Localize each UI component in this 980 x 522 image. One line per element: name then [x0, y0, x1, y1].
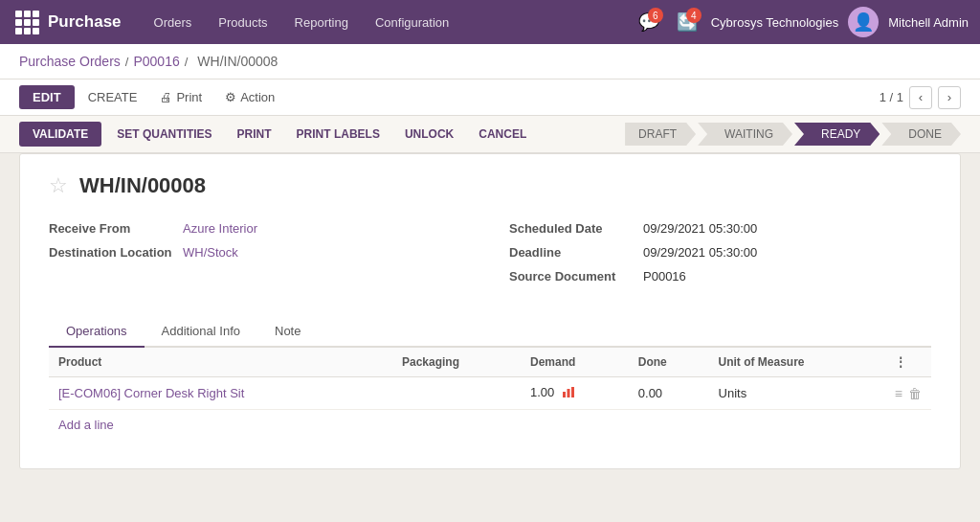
form-card: ☆ WH/IN/00008 Receive From Azure Interio…	[19, 153, 961, 469]
pipeline-ready[interactable]: READY	[794, 123, 880, 146]
apps-menu-button[interactable]	[11, 7, 42, 37]
user-name[interactable]: Mitchell Admin	[888, 15, 969, 30]
activities-count: 4	[686, 8, 702, 23]
print-status-button[interactable]: PRINT	[228, 122, 281, 147]
svg-rect-1	[567, 389, 569, 397]
messages-notification[interactable]: 💬 6	[635, 8, 663, 36]
print-label: Print	[176, 90, 202, 104]
pagination-controls: 1 / 1 ‹ ›	[880, 86, 961, 109]
app-brand: Purchase	[48, 12, 122, 32]
col-header-product: Product	[49, 348, 392, 377]
row-actions-cell: ≡ 🗑	[885, 377, 931, 410]
gear-icon: ⚙	[225, 90, 236, 104]
favorite-star-icon[interactable]: ☆	[49, 173, 68, 198]
scheduled-date-label: Scheduled Date	[509, 221, 643, 236]
chart-icon[interactable]	[562, 385, 575, 401]
action-button[interactable]: ⚙ Action	[215, 85, 284, 109]
product-link[interactable]: [E-COM06] Corner Desk Right Sit	[58, 386, 244, 400]
receive-from-row: Receive From Azure Interior	[49, 221, 471, 236]
content-wrapper: Purchase Orders / P00016 / WH/IN/00008 E…	[0, 44, 980, 522]
record-title: WH/IN/00008	[79, 173, 206, 198]
fields-section: Receive From Azure Interior Destination …	[49, 221, 931, 293]
breadcrumb-separator-2: /	[185, 55, 189, 69]
menu-reporting[interactable]: Reporting	[281, 0, 362, 44]
row-delete-icon[interactable]: 🗑	[908, 386, 922, 401]
create-label: CREATE	[88, 90, 138, 104]
add-line-container: Add a line	[49, 410, 931, 440]
product-cell: [E-COM06] Corner Desk Right Sit	[49, 377, 392, 410]
operations-table-container: Product Packaging Demand Done Unit of Me…	[49, 348, 931, 440]
prev-record-button[interactable]: ‹	[909, 86, 932, 109]
done-cell: 0.00	[629, 377, 709, 410]
row-action-buttons: ≡ 🗑	[895, 386, 922, 401]
scheduled-date-row: Scheduled Date 09/29/2021 05:30:00	[509, 221, 931, 236]
col-header-demand: Demand	[521, 348, 629, 377]
tab-additional-info[interactable]: Additional Info	[145, 316, 257, 348]
deadline-row: Deadline 09/29/2021 05:30:00	[509, 245, 931, 260]
breadcrumb: Purchase Orders / P00016 / WH/IN/00008	[0, 44, 980, 79]
edit-button[interactable]: EDIT	[19, 85, 75, 109]
col-header-done: Done	[629, 348, 709, 377]
top-right-controls: 💬 6 🔄 4 Cybrosys Technologies 👤 Mitchell…	[635, 7, 969, 37]
action-label: Action	[240, 90, 275, 104]
top-navigation: Purchase Orders Products Reporting Confi…	[0, 0, 980, 44]
activities-notification[interactable]: 🔄 4	[673, 8, 702, 36]
pipeline-waiting[interactable]: WAITING	[698, 123, 792, 146]
menu-products[interactable]: Products	[205, 0, 280, 44]
form-header: ☆ WH/IN/00008	[49, 173, 931, 198]
print-labels-button[interactable]: PRINT LABELS	[287, 122, 390, 147]
source-document-row: Source Document P00016	[509, 269, 931, 284]
menu-orders[interactable]: Orders	[141, 0, 206, 44]
col-header-actions: ⋮	[885, 348, 931, 377]
source-document-value: P00016	[643, 269, 686, 284]
deadline-value: 09/29/2021 05:30:00	[643, 245, 757, 260]
set-quantities-button[interactable]: SET QUANTITIES	[107, 122, 221, 147]
destination-location-row: Destination Location WH/Stock	[49, 245, 471, 260]
breadcrumb-purchase-orders[interactable]: Purchase Orders	[19, 54, 121, 69]
svg-rect-0	[563, 392, 566, 397]
breadcrumb-separator-1: /	[125, 55, 129, 69]
destination-location-value[interactable]: WH/Stock	[183, 245, 238, 260]
uom-cell: Units	[709, 377, 885, 410]
pipeline-draft[interactable]: DRAFT	[625, 123, 696, 146]
operations-table: Product Packaging Demand Done Unit of Me…	[49, 348, 931, 410]
svg-rect-2	[571, 387, 574, 397]
main-content: ☆ WH/IN/00008 Receive From Azure Interio…	[0, 153, 980, 488]
tab-note[interactable]: Note	[257, 316, 318, 348]
user-avatar[interactable]: 👤	[848, 7, 879, 37]
tab-operations[interactable]: Operations	[49, 316, 145, 348]
tabs: Operations Additional Info Note	[49, 316, 931, 348]
pipeline-done[interactable]: DONE	[881, 123, 961, 146]
messages-count: 6	[648, 8, 663, 23]
receive-from-label: Receive From	[49, 221, 183, 236]
packaging-cell	[392, 377, 521, 410]
unlock-button[interactable]: UNLOCK	[395, 122, 463, 147]
table-kebab-icon[interactable]: ⋮	[895, 355, 906, 369]
company-name: Cybrosys Technologies	[711, 15, 838, 30]
table-row: [E-COM06] Corner Desk Right Sit 1.00	[49, 377, 931, 410]
breadcrumb-p00016[interactable]: P00016	[133, 54, 179, 69]
row-detail-icon[interactable]: ≡	[895, 386, 902, 401]
demand-value: 1.00	[530, 385, 554, 399]
validate-button[interactable]: VALIDATE	[19, 122, 101, 147]
action-bar: EDIT CREATE 🖨 Print ⚙ Action 1 / 1 ‹ ›	[0, 79, 980, 116]
breadcrumb-current: WH/IN/00008	[197, 54, 278, 69]
top-menu: Orders Products Reporting Configuration	[141, 0, 463, 44]
receive-from-value[interactable]: Azure Interior	[183, 221, 257, 236]
fields-right: Scheduled Date 09/29/2021 05:30:00 Deadl…	[509, 221, 931, 293]
menu-configuration[interactable]: Configuration	[362, 0, 462, 44]
pagination-text: 1 / 1	[880, 90, 903, 104]
col-header-uom: Unit of Measure	[709, 348, 885, 377]
fields-left: Receive From Azure Interior Destination …	[49, 221, 471, 293]
pipeline-steps: DRAFT WAITING READY DONE	[625, 123, 961, 146]
scheduled-date-value: 09/29/2021 05:30:00	[643, 221, 757, 236]
source-document-label: Source Document	[509, 269, 643, 284]
printer-icon: 🖨	[160, 90, 172, 104]
add-line-button[interactable]: Add a line	[49, 410, 123, 440]
create-button[interactable]: CREATE	[78, 85, 147, 109]
destination-location-label: Destination Location	[49, 245, 183, 260]
cancel-button[interactable]: CANCEL	[469, 122, 536, 147]
print-button[interactable]: 🖨 Print	[150, 85, 212, 109]
next-record-button[interactable]: ›	[938, 86, 961, 109]
demand-cell: 1.00	[521, 377, 629, 410]
